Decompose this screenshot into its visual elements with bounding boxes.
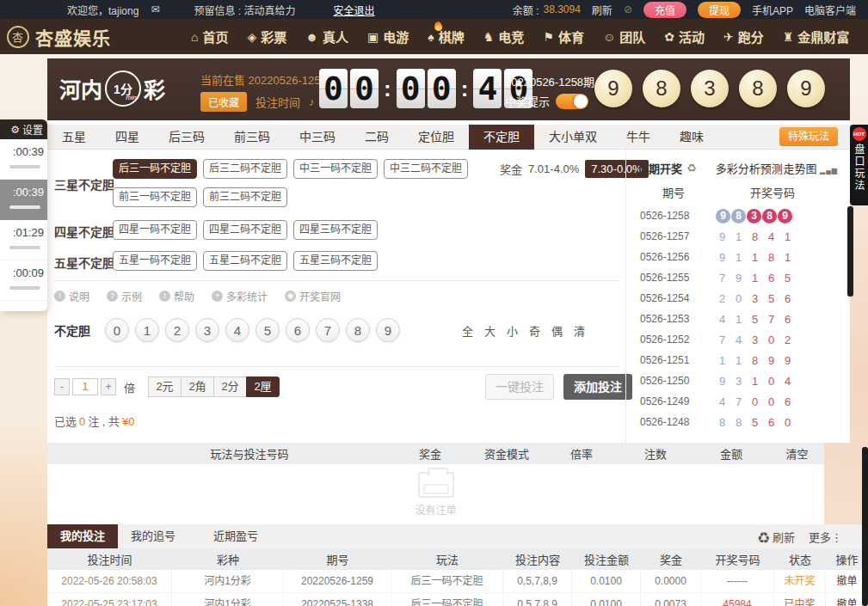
multiplier-minus-button[interactable]: -	[54, 378, 70, 395]
filter-all[interactable]: 全	[462, 322, 473, 339]
bet-type-button[interactable]: 后三二码不定胆	[203, 159, 287, 179]
number-ball-7[interactable]: 7	[316, 318, 340, 342]
cart-col-clear[interactable]: 清空	[770, 445, 824, 462]
mode-yuan-button[interactable]: 2元	[148, 376, 182, 397]
analysis-link[interactable]: 多彩分析预测	[716, 160, 783, 176]
tab-niuniu[interactable]: 牛牛	[612, 125, 665, 150]
tab-budingdan[interactable]: 不定胆	[469, 125, 534, 150]
balance-refresh-link[interactable]: 刷新	[592, 3, 613, 17]
quick-lottery-item[interactable]: :00:39	[0, 139, 47, 180]
bet-content: 0,5,7,8,9	[503, 593, 572, 606]
bet-type-button[interactable]: 前三一码不定胆	[113, 187, 197, 207]
number-ball-8[interactable]: 8	[346, 318, 370, 342]
tab-daxiaodanshuang[interactable]: 大小单双	[534, 125, 612, 150]
multiplier-value[interactable]: 1	[72, 378, 98, 395]
bet-type-button[interactable]: 四星一码不定胆	[113, 220, 197, 240]
bet-type-button[interactable]: 五星一码不定胆	[113, 251, 197, 271]
logout-link[interactable]: 安全退出	[333, 3, 374, 17]
tab-quwei[interactable]: 趣味	[665, 125, 718, 150]
bet-type-button[interactable]: 中三一码不定胆	[293, 159, 378, 179]
number-ball-9[interactable]: 9	[376, 318, 400, 342]
mail-icon[interactable]: ✉	[151, 3, 159, 15]
number-ball-2[interactable]: 2	[165, 318, 189, 342]
scrollbar-thumb[interactable]	[847, 206, 853, 297]
handicap-play-tab[interactable]: HOT 盘口玩法	[850, 125, 868, 205]
bet-type-button[interactable]: 前三二码不定胆	[203, 187, 287, 207]
bet-type-button[interactable]: 后三一码不定胆	[113, 159, 197, 179]
tab-erma[interactable]: 二码	[350, 125, 403, 150]
special-play-button[interactable]: 特殊玩法	[779, 127, 838, 146]
tab-dingweidan[interactable]: 定位胆	[403, 125, 469, 150]
tab-wuxing[interactable]: 五星	[47, 125, 101, 150]
withdraw-button[interactable]: 提现	[698, 2, 741, 18]
tab-recent-pnl[interactable]: 近期盈亏	[200, 524, 271, 548]
trend-link[interactable]: 走势图 ▂▄▆	[783, 160, 838, 176]
favorited-button[interactable]: 已收藏	[200, 92, 247, 112]
filter-clear[interactable]: 清	[574, 322, 585, 339]
quick-panel-header[interactable]: ⚙ 设置	[0, 119, 47, 139]
nav-item-wealth[interactable]: ♜金鼎财富	[783, 28, 850, 46]
multiplier-plus-button[interactable]: +	[101, 378, 116, 395]
tab-my-chase[interactable]: 我的追号	[118, 524, 188, 548]
nav-item-paofen[interactable]: ✈跑分	[723, 28, 764, 46]
number-ball-1[interactable]: 1	[135, 318, 159, 342]
countdown-colon: :	[384, 76, 391, 102]
win-tip-toggle[interactable]	[556, 94, 588, 109]
bet-type-button[interactable]: 中三二码不定胆	[384, 159, 468, 179]
nav-item-egames[interactable]: ▣电游	[367, 28, 409, 46]
number-ball-4[interactable]: 4	[225, 318, 249, 342]
filter-small[interactable]: 小	[507, 322, 518, 339]
mobile-app-link[interactable]: 手机APP	[752, 3, 793, 17]
bet-type-button[interactable]: 四星三码不定胆	[293, 220, 378, 240]
quick-bet-button[interactable]: 一键投注	[485, 374, 554, 400]
nav-item-lottery[interactable]: ◈彩票	[247, 28, 286, 46]
refresh-icon: ♻	[758, 531, 769, 544]
number-ball-6[interactable]: 6	[286, 318, 310, 342]
brand-logo[interactable]: 杏 杏盛娱乐	[7, 24, 111, 50]
mode-fen-button[interactable]: 2分	[213, 376, 247, 397]
help-link-shili[interactable]: ?示例	[107, 289, 142, 303]
number-ball-5[interactable]: 5	[255, 318, 280, 342]
filter-big[interactable]: 大	[484, 322, 496, 339]
quick-lottery-item-active[interactable]: :00:39	[0, 180, 47, 220]
nav-item-home[interactable]: ⌂首页	[191, 28, 228, 46]
refresh-icon[interactable]: ♻	[686, 162, 697, 174]
pc-client-link[interactable]: 电脑客户端	[804, 3, 856, 17]
bet-type-button[interactable]: 四星二码不定胆	[203, 220, 287, 240]
my-bets-section: 我的投注 我的追号 近期盈亏 ♻ 刷新 更多⋮ 投注时间 彩种 期号 玩法 投注…	[47, 524, 868, 606]
quick-lottery-item[interactable]: :00:09	[0, 260, 47, 301]
help-link-shuoming[interactable]: !说明	[54, 289, 89, 303]
tab-qiansanma[interactable]: 前三码	[219, 125, 285, 150]
number-ball-0[interactable]: 0	[105, 318, 129, 342]
mode-li-button[interactable]: 2厘	[246, 376, 280, 397]
bet-type-button[interactable]: 五星三码不定胆	[293, 251, 378, 271]
nav-item-esports[interactable]: ♞电竞	[483, 28, 525, 46]
more-button[interactable]: 更多⋮	[809, 529, 842, 545]
add-bet-button[interactable]: 添加投注	[563, 374, 632, 400]
bet-type-button[interactable]: 五星二码不定胆	[203, 251, 287, 271]
nav-item-sports[interactable]: ⚑体育	[543, 28, 584, 46]
help-link-bangzhu[interactable]: !帮助	[159, 289, 194, 303]
help-link-tongji[interactable]: +多彩统计	[212, 289, 268, 303]
quick-lottery-item[interactable]: :01:29	[0, 220, 47, 260]
nav-item-live[interactable]: ☻真人	[305, 28, 348, 46]
number-ball-3[interactable]: 3	[195, 318, 219, 342]
scrollbar-thumb[interactable]	[862, 447, 868, 606]
filter-even[interactable]: 偶	[551, 322, 563, 339]
draw-number: 9	[714, 375, 730, 388]
bets-refresh-button[interactable]: ♻ 刷新	[758, 529, 795, 545]
tab-zhongsanma[interactable]: 中三码	[285, 125, 350, 150]
help-link-guanwang[interactable]: ◉开奖官网	[285, 289, 341, 303]
deposit-button[interactable]: 充值	[643, 2, 686, 18]
nav-item-promo[interactable]: ✿活动	[664, 28, 705, 46]
sound-icon[interactable]: ♪	[309, 95, 315, 108]
tab-housanma[interactable]: 后三码	[154, 125, 219, 150]
nav-item-team[interactable]: ☺团队	[603, 28, 645, 46]
nav-item-cards[interactable]: ♠棋牌	[428, 28, 464, 46]
tab-sixing[interactable]: 四星	[101, 125, 154, 150]
hide-balance-icon[interactable]: ⊘	[624, 3, 632, 15]
tab-my-bets[interactable]: 我的投注	[47, 524, 118, 548]
filter-odd[interactable]: 奇	[529, 322, 540, 339]
mode-jiao-button[interactable]: 2角	[181, 376, 214, 397]
bet-time: 2022-05-26 20:58:03	[47, 570, 172, 593]
